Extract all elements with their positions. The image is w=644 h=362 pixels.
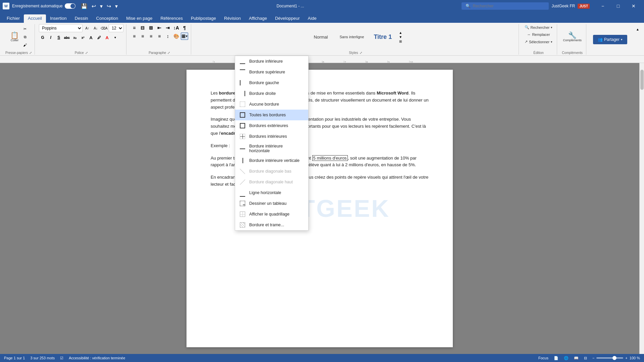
shading-button[interactable]: 🎨: [172, 33, 180, 40]
justify-button[interactable]: ≡: [156, 33, 163, 40]
selectionner-dropdown[interactable]: ▾: [551, 40, 552, 44]
sort-button[interactable]: ↕A: [172, 24, 180, 32]
police-expand-icon[interactable]: ⤢: [85, 51, 88, 55]
align-center-button[interactable]: ≡: [139, 33, 146, 40]
decrease-indent-button[interactable]: ⇤: [156, 24, 163, 32]
complements-button[interactable]: 🔧 Compléments: [561, 31, 583, 43]
menu-bordure-superieure[interactable]: Bordure supérieure: [235, 67, 308, 77]
paragraphe-expand-icon[interactable]: ⤢: [167, 51, 170, 55]
font-color2-button[interactable]: A: [103, 34, 111, 41]
customize-icon[interactable]: ▾: [114, 2, 119, 10]
scroll-thumb[interactable]: [640, 70, 644, 90]
clipboard-expand-icon[interactable]: ⤢: [29, 51, 32, 55]
numbered-list-button[interactable]: ⊟: [139, 24, 146, 32]
selectionner-button[interactable]: ↗ Sélectionner ▾: [523, 39, 554, 45]
strikethrough-button[interactable]: abc: [63, 34, 70, 41]
borders-dropdown-arrow[interactable]: ▾: [186, 35, 187, 38]
view-web-icon[interactable]: 🌐: [564, 356, 569, 360]
minimize-button[interactable]: −: [595, 0, 610, 12]
borders-button[interactable]: ⊞ ▾: [181, 33, 188, 40]
redo-icon[interactable]: ↪: [105, 2, 112, 10]
menu-bordures-exterieures[interactable]: Bordures extérieures: [235, 120, 308, 131]
tab-affichage[interactable]: Affichage: [245, 14, 271, 23]
view-read-icon[interactable]: 📖: [574, 356, 579, 360]
styles-scroll-down[interactable]: ▼: [399, 35, 402, 39]
multi-list-button[interactable]: ⊞: [147, 24, 155, 32]
bold-button[interactable]: G: [39, 34, 46, 41]
tab-revision[interactable]: Révision: [220, 14, 245, 23]
zoom-out-icon[interactable]: −: [592, 356, 594, 360]
clear-format-icon[interactable]: ⌫A: [100, 24, 108, 32]
zoom-slider[interactable]: [596, 357, 623, 359]
menu-ligne-horiz[interactable]: Ligne horizontale: [235, 187, 308, 198]
increase-font-icon[interactable]: A↑: [84, 24, 91, 32]
close-button[interactable]: ✕: [626, 0, 641, 12]
view-print-icon[interactable]: 📄: [554, 356, 558, 360]
menu-aucune-bordure[interactable]: Aucune bordure: [235, 99, 308, 110]
tab-insertion[interactable]: Insertion: [46, 14, 71, 23]
styles-scroll-up[interactable]: ▲: [399, 31, 402, 35]
tab-dessin[interactable]: Dessin: [71, 14, 92, 23]
menu-bordure-horiz[interactable]: Bordure intérieure horizontale: [235, 142, 308, 155]
menu-bordure-droite[interactable]: Bordure droite: [235, 88, 308, 99]
style-normal[interactable]: Normal: [308, 27, 334, 47]
styles-expand-icon[interactable]: ⤢: [360, 51, 362, 55]
coller-button[interactable]: 📋 Coller: [9, 31, 21, 43]
highlight-button[interactable]: 🖊: [95, 34, 103, 41]
partager-dropdown[interactable]: ▾: [621, 38, 623, 41]
font-family-select[interactable]: Poppins: [39, 24, 83, 32]
menu-toutes-bordures[interactable]: Toutes les bordures: [235, 110, 308, 120]
couper-button[interactable]: ✂: [21, 25, 29, 33]
paragraph-marks-button[interactable]: ¶: [181, 24, 188, 32]
styles-scroll[interactable]: ▲ ▼ ⊞: [397, 31, 404, 43]
view-outline-icon[interactable]: ⊟: [584, 356, 587, 360]
align-right-button[interactable]: ≡: [147, 33, 155, 40]
menu-bordure-inferieure[interactable]: Bordure inférieure: [235, 56, 308, 67]
rechercher-button[interactable]: 🔍 Rechercher ▾: [523, 24, 554, 31]
menu-bordure-gauche[interactable]: Bordure gauche: [235, 77, 308, 88]
rechercher-dropdown[interactable]: ▾: [551, 26, 552, 29]
menu-bordures-interieures[interactable]: Bordures intérieures: [235, 131, 308, 142]
font-color-button[interactable]: A: [87, 34, 95, 41]
tab-aide[interactable]: Aide: [304, 14, 321, 23]
styles-expand[interactable]: ⊞: [399, 40, 402, 43]
italic-button[interactable]: I: [47, 34, 54, 41]
line-spacing-button[interactable]: ↕: [164, 33, 171, 40]
tab-mise-en-page[interactable]: Mise en page: [122, 14, 156, 23]
undo-icon[interactable]: ↩: [90, 2, 97, 10]
menu-bordure-vert[interactable]: Bordure intérieure verticale: [235, 155, 308, 166]
tab-conception[interactable]: Conception: [92, 14, 122, 23]
reproduire-button[interactable]: 🖌: [21, 41, 29, 49]
document-page[interactable]: JUSTGEEK Les bordures et les encadrement…: [186, 70, 453, 347]
vertical-scrollbar[interactable]: [639, 63, 644, 354]
subscript-button[interactable]: x₂: [71, 34, 78, 41]
ribbon-collapse-button[interactable]: ▲: [634, 25, 641, 33]
remplacer-button[interactable]: ↔ Remplacer: [525, 32, 551, 38]
style-titre1[interactable]: Titre 1: [369, 27, 396, 47]
menu-afficher-quadrillage[interactable]: Afficher le quadrillage: [235, 209, 308, 220]
font-size-select[interactable]: 12: [109, 24, 123, 32]
underline-button[interactable]: S: [55, 34, 62, 41]
menu-dessiner-tableau[interactable]: Dessiner un tableau: [235, 198, 308, 209]
font-color2-dropdown[interactable]: ▾: [111, 34, 119, 41]
tab-publipostage[interactable]: Publipostage: [187, 14, 220, 23]
copier-button[interactable]: ⧉: [21, 33, 29, 41]
autosave-toggle[interactable]: [65, 3, 75, 9]
menu-bordure-trame[interactable]: Bordure et trame...: [235, 220, 308, 230]
tab-accueil[interactable]: Accueil: [24, 14, 46, 23]
align-left-button[interactable]: ≡: [130, 33, 138, 40]
search-input[interactable]: [473, 4, 540, 8]
increase-indent-button[interactable]: ⇥: [164, 24, 171, 32]
tab-references[interactable]: Références: [156, 14, 186, 23]
search-bar[interactable]: 🔍: [462, 2, 549, 10]
maximize-button[interactable]: □: [610, 0, 626, 12]
superscript-button[interactable]: x²: [79, 34, 87, 41]
tab-developpeur[interactable]: Développeur: [271, 14, 304, 23]
undo-dropdown-icon[interactable]: ▾: [99, 2, 104, 10]
partager-button[interactable]: 👥 Partager ▾: [593, 35, 627, 44]
tab-fichier[interactable]: Fichier: [3, 14, 24, 23]
decrease-font-icon[interactable]: A↓: [92, 24, 99, 32]
bullet-list-button[interactable]: ≡: [130, 24, 138, 32]
zoom-thumb[interactable]: [612, 356, 616, 360]
zoom-in-icon[interactable]: +: [625, 356, 627, 360]
